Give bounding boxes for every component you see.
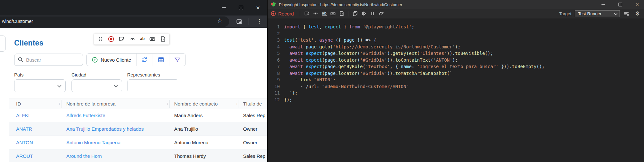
step-over-icon[interactable] <box>377 10 385 17</box>
representatives-input-wrap <box>127 79 179 92</box>
tab-search-icon[interactable] <box>236 18 242 26</box>
column-header-contact[interactable]: Nombre de contacto <box>174 98 218 109</box>
assert-value-icon[interactable] <box>149 36 156 42</box>
copy-icon[interactable] <box>351 10 359 17</box>
inspector-close-button[interactable]: × <box>631 0 644 9</box>
refresh-icon <box>141 56 148 63</box>
playwright-overlay-toolbar: ab <box>94 34 169 45</box>
contact-title: Sales Rep <box>243 149 265 162</box>
inspector-minimize-button[interactable] <box>597 0 610 9</box>
assert-visibility-icon[interactable] <box>311 10 320 17</box>
company-name-link[interactable]: Antonio Moreno Taquería <box>66 136 120 149</box>
customer-id-link[interactable]: ALFKI <box>16 109 30 122</box>
column-divider <box>239 100 239 108</box>
code-line: 11 `); <box>268 90 644 96</box>
record-icon[interactable] <box>108 36 114 42</box>
company-name-link[interactable]: Alfreds Futterkiste <box>66 109 105 122</box>
customer-id-link[interactable]: ANTON <box>16 136 33 149</box>
refresh-button[interactable] <box>137 54 153 66</box>
close-icon: × <box>256 5 260 11</box>
target-value: Test Runner <box>578 11 601 16</box>
city-select[interactable] <box>71 79 122 92</box>
columns-button[interactable] <box>153 54 169 66</box>
code-line: 10 - /url: "#Demo-Northwind-Customer/ANT… <box>268 83 644 90</box>
pick-locator-icon[interactable] <box>302 10 311 17</box>
city-filter-label: Ciudad <box>71 72 86 77</box>
playwright-inspector-window: Playwright Inspector - https://demo.sere… <box>267 0 644 162</box>
representatives-input[interactable] <box>128 80 180 93</box>
country-select[interactable] <box>14 79 66 92</box>
clear-log-icon[interactable] <box>622 10 631 17</box>
code-line: 4 await page.goto('https://demo.serenity… <box>268 44 644 50</box>
column-header-title[interactable]: Título de <box>243 98 262 109</box>
code-line: 12}); <box>268 96 644 103</box>
drag-handle-icon[interactable] <box>97 36 104 42</box>
browser-maximize-button[interactable] <box>236 3 246 12</box>
inspector-titlebar: Playwright Inspector - https://demo.sere… <box>268 0 644 9</box>
assert-snapshot-icon[interactable] <box>160 36 166 42</box>
browser-close-button[interactable]: × <box>253 3 263 12</box>
toolbar-divider <box>300 11 300 16</box>
new-client-button[interactable]: Nuevo Cliente <box>87 54 136 66</box>
new-client-label: Nuevo Cliente <box>101 57 131 63</box>
table-grid-icon <box>158 56 164 63</box>
browser-page-content: Clientes <box>0 28 267 162</box>
pause-icon[interactable] <box>368 10 377 17</box>
company-name-link[interactable]: Around the Horn <box>66 149 102 162</box>
column-divider <box>169 100 170 108</box>
bookmark-star-icon[interactable]: ☆ <box>217 17 223 24</box>
chevron-down-icon <box>57 85 62 87</box>
maximize-icon <box>618 3 622 6</box>
assert-visibility-icon[interactable] <box>129 36 136 42</box>
address-bar[interactable]: wind/Customer <box>0 16 229 27</box>
table-row: ANTON Antonio Moreno Taquería Antonio Mo… <box>9 136 267 149</box>
inspector-maximize-button[interactable] <box>614 0 627 9</box>
column-header-id[interactable]: ID <box>16 98 21 109</box>
code-editor: 1import { test, expect } from '@playwrig… <box>268 18 644 162</box>
code-line: 8 await expect(page.locator('#GridDiv'))… <box>268 70 644 77</box>
code-line: 2 <box>268 30 644 37</box>
record-button[interactable]: Record <box>271 11 294 16</box>
page-title: Clientes <box>14 39 43 47</box>
funnel-icon <box>174 56 181 63</box>
pick-locator-icon[interactable] <box>118 36 125 42</box>
url-text: wind/Customer <box>2 19 33 24</box>
company-name-link[interactable]: Ana Trujillo Emparedados y helados <box>66 122 144 136</box>
table-row: ANATR Ana Trujillo Emparedados y helados… <box>9 122 267 136</box>
settings-gear-icon[interactable]: ⚙ <box>633 10 642 17</box>
table-body: ALFKI Alfreds Futterkiste Maria Anders S… <box>9 109 267 162</box>
browser-toolbar: wind/Customer ☆ ⋮ <box>0 15 267 28</box>
browser-menu-icon[interactable]: ⋮ <box>257 18 262 25</box>
table-row: AROUT Around the Horn Thomas Hardy Sales… <box>9 149 267 162</box>
record-icon <box>271 11 276 16</box>
code-line: 3test('test', async ({ page }) => { <box>268 37 644 44</box>
inspector-title: Playwright Inspector - https://demo.sere… <box>279 2 402 7</box>
column-header-company[interactable]: Nombre de la empresa <box>66 98 116 109</box>
search-input[interactable] <box>25 55 81 65</box>
column-divider <box>61 100 62 108</box>
chevron-down-icon <box>114 85 118 87</box>
contact-title: Owner <box>243 136 257 149</box>
target-label: Target: <box>559 11 573 16</box>
code-line: 1import { test, expect } from '@playwrig… <box>268 24 644 30</box>
contact-name: Ana Trujillo <box>174 122 198 136</box>
assert-value-icon[interactable] <box>328 10 337 17</box>
browser-minimize-button[interactable] <box>219 3 229 12</box>
customer-id-link[interactable]: AROUT <box>16 149 33 162</box>
plus-circle-icon <box>92 57 98 63</box>
minimize-icon <box>222 7 226 8</box>
search-box <box>14 54 83 66</box>
grid-toolbar: Nuevo Cliente <box>86 53 186 66</box>
chevron-down-icon <box>614 13 618 15</box>
customer-id-link[interactable]: ANATR <box>16 122 32 136</box>
country-filter-label: País <box>14 72 24 77</box>
assert-text-icon[interactable]: ab <box>320 10 328 17</box>
code-line: 7 await expect(page.getByRole('textbox',… <box>268 63 644 70</box>
playwright-logo-icon <box>270 2 276 7</box>
record-label: Record <box>278 11 294 16</box>
assert-snapshot-icon[interactable] <box>337 10 346 17</box>
filter-button[interactable] <box>169 54 185 66</box>
assert-text-icon[interactable]: ab <box>140 37 145 41</box>
target-select[interactable]: Test Runner <box>575 10 620 17</box>
resume-icon[interactable] <box>359 10 368 17</box>
